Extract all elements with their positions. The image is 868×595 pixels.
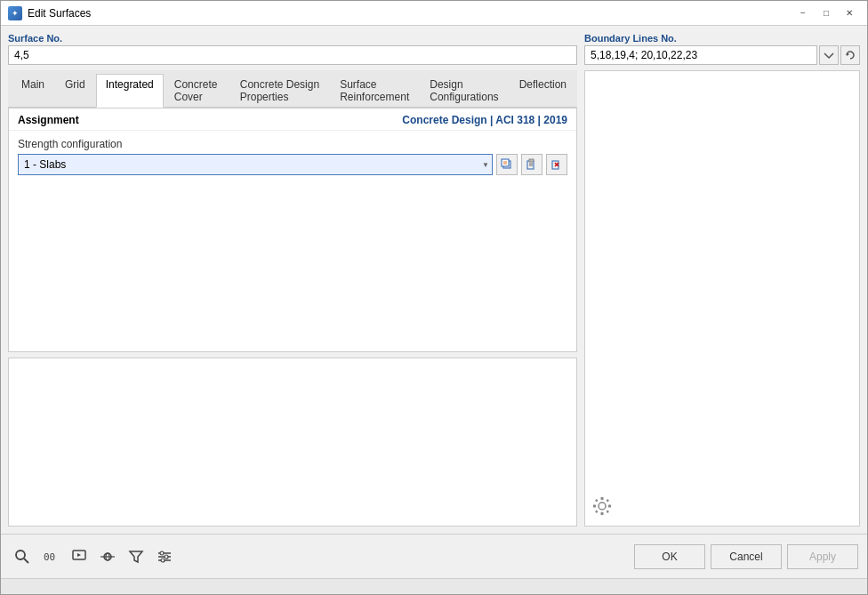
boundary-lines-select-btn[interactable] xyxy=(819,45,839,65)
assignment-label: Assignment xyxy=(18,114,79,126)
svg-point-33 xyxy=(160,551,164,555)
svg-rect-5 xyxy=(529,159,534,162)
view-icon xyxy=(100,549,116,565)
svg-rect-14 xyxy=(601,512,604,515)
svg-rect-13 xyxy=(601,497,604,500)
left-panel: Surface No. Main Grid Integrated Concret… xyxy=(8,33,577,527)
svg-point-21 xyxy=(16,551,25,559)
surface-no-group: Surface No. xyxy=(8,33,577,65)
tab-integrated[interactable]: Integrated xyxy=(96,74,164,108)
svg-rect-17 xyxy=(595,499,599,503)
boundary-lines-row xyxy=(584,45,860,65)
bottom-left-icons: 00 xyxy=(10,544,177,569)
svg-line-22 xyxy=(24,559,28,563)
right-panel: Boundary Lines No. xyxy=(584,33,860,527)
main-window: ✦ Edit Surfaces − □ ✕ Surface No. Main G… xyxy=(0,0,868,595)
app-icon: ✦ xyxy=(8,6,22,20)
close-button[interactable]: ✕ xyxy=(839,4,860,22)
bottom-bar: 00 xyxy=(1,534,867,578)
tab-concrete-design-properties[interactable]: Concrete Design Properties xyxy=(230,74,329,107)
config-copy-btn[interactable] xyxy=(496,154,518,175)
search-icon xyxy=(14,549,30,565)
clear-icon xyxy=(551,158,563,171)
window-controls: − □ ✕ xyxy=(792,4,860,22)
svg-rect-16 xyxy=(608,505,611,508)
tab-surface-reinforcement[interactable]: Surface Reinforcement xyxy=(330,74,419,107)
design-standard-label: Concrete Design | ACI 318 | 2019 xyxy=(402,114,567,126)
cancel-button[interactable]: Cancel xyxy=(711,544,782,569)
boundary-lines-label: Boundary Lines No. xyxy=(584,33,860,44)
tabs-bar: Main Grid Integrated Concrete Cover Conc… xyxy=(8,70,577,108)
svg-rect-19 xyxy=(595,510,599,513)
surface-no-input[interactable] xyxy=(8,45,577,65)
svg-text:00: 00 xyxy=(44,551,55,563)
svg-point-35 xyxy=(161,559,165,562)
config-bottom-btn[interactable] xyxy=(152,544,177,569)
tab-deflection[interactable]: Deflection xyxy=(510,74,576,107)
main-content-box: Assignment Concrete Design | ACI 318 | 2… xyxy=(8,108,577,352)
svg-marker-25 xyxy=(77,553,81,557)
svg-rect-18 xyxy=(606,499,609,503)
content-area: Surface No. Main Grid Integrated Concret… xyxy=(1,26,867,534)
dialog-buttons: OK Cancel Apply xyxy=(634,544,858,569)
strength-config-label: Strength configuration xyxy=(18,138,567,150)
filter-icon xyxy=(128,549,144,565)
maximize-button[interactable]: □ xyxy=(816,4,837,22)
select-icon xyxy=(824,50,834,60)
window-title: Edit Surfaces xyxy=(28,7,792,20)
render-bottom-btn[interactable] xyxy=(67,544,92,569)
settings-icon xyxy=(592,496,612,516)
svg-rect-20 xyxy=(606,510,609,513)
tab-main[interactable]: Main xyxy=(12,74,54,107)
config-clear-btn[interactable] xyxy=(546,154,567,175)
content-body: Strength configuration 1 - Slabs ▼ xyxy=(9,131,576,351)
apply-button[interactable]: Apply xyxy=(787,544,858,569)
right-main-box xyxy=(584,70,860,527)
filter-bottom-btn[interactable] xyxy=(124,544,149,569)
surface-no-label: Surface No. xyxy=(8,33,577,44)
boundary-lines-input[interactable] xyxy=(584,45,817,65)
boundary-lines-group: Boundary Lines No. xyxy=(584,33,860,65)
config-icon xyxy=(157,549,173,565)
copy-icon xyxy=(501,158,513,171)
svg-point-34 xyxy=(165,555,168,559)
lower-panel xyxy=(8,358,577,527)
render-icon xyxy=(71,549,87,565)
numbers-icon: 00 xyxy=(43,549,59,565)
tab-grid[interactable]: Grid xyxy=(55,74,95,107)
tab-concrete-cover[interactable]: Concrete Cover xyxy=(165,74,229,107)
view-bottom-btn[interactable] xyxy=(95,544,120,569)
boundary-lines-reset-btn[interactable] xyxy=(840,45,860,65)
reset-icon xyxy=(845,50,856,60)
svg-point-12 xyxy=(599,503,606,510)
minimize-button[interactable]: − xyxy=(792,4,814,22)
right-panel-settings-area xyxy=(592,496,612,519)
strength-config-select[interactable]: 1 - Slabs xyxy=(18,154,493,175)
svg-marker-29 xyxy=(130,551,142,562)
paste-icon xyxy=(526,158,538,171)
numbers-bottom-btn[interactable]: 00 xyxy=(38,544,63,569)
tab-design-configurations[interactable]: Design Configurations xyxy=(420,74,508,107)
svg-rect-1 xyxy=(502,159,509,166)
status-bar xyxy=(1,578,867,594)
title-bar: ✦ Edit Surfaces − □ ✕ xyxy=(1,1,867,26)
strength-config-dropdown-wrapper: 1 - Slabs ▼ xyxy=(18,154,493,175)
content-header: Assignment Concrete Design | ACI 318 | 2… xyxy=(9,109,576,131)
svg-rect-15 xyxy=(593,505,596,508)
strength-config-row: 1 - Slabs ▼ xyxy=(18,154,567,175)
search-bottom-btn[interactable] xyxy=(10,544,35,569)
ok-button[interactable]: OK xyxy=(634,544,705,569)
config-paste-btn[interactable] xyxy=(521,154,542,175)
